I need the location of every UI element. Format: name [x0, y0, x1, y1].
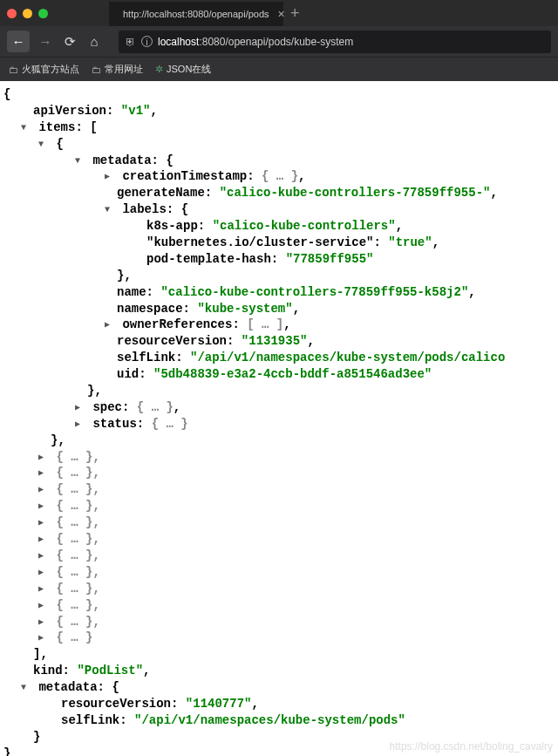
- json-line[interactable]: "kubernetes.io/cluster-service": "true",: [3, 235, 555, 251]
- json-line[interactable]: { … },: [3, 531, 555, 548]
- expand-toggle[interactable]: [38, 616, 49, 629]
- expand-toggle[interactable]: [38, 517, 49, 529]
- json-line[interactable]: namespace: "kube-system",: [3, 301, 555, 317]
- url-text: localhost:8080/openapi/pods/kube-system: [158, 36, 353, 48]
- json-line[interactable]: selfLink: "/api/v1/namespaces/kube-syste…: [3, 350, 555, 366]
- json-line[interactable]: { … },: [3, 514, 555, 531]
- expand-toggle[interactable]: [38, 632, 49, 644]
- address-bar[interactable]: ⛨ i localhost:8080/openapi/pods/kube-sys…: [119, 31, 551, 53]
- folder-icon: 🗀: [92, 65, 101, 75]
- new-tab-button[interactable]: +: [290, 4, 300, 23]
- titlebar: http://localhost:8080/openapi/pods × +: [0, 0, 558, 26]
- browser-tab[interactable]: http://localhost:8080/openapi/pods ×: [109, 2, 283, 26]
- json-line[interactable]: k8s-app: "calico-kube-controllers",: [3, 218, 555, 235]
- expand-toggle[interactable]: [38, 452, 49, 464]
- expand-toggle[interactable]: [75, 402, 85, 414]
- expand-toggle[interactable]: [38, 534, 49, 546]
- expand-toggle[interactable]: [21, 122, 31, 134]
- expand-toggle[interactable]: [75, 419, 85, 431]
- json-line[interactable]: },: [3, 383, 555, 399]
- json-line[interactable]: apiVersion: "v1",: [3, 103, 555, 119]
- close-tab-button[interactable]: ×: [278, 7, 285, 21]
- json-line[interactable]: spec: { … },: [3, 399, 555, 416]
- bookmark-firefox-official[interactable]: 🗀 火狐官方站点: [9, 63, 79, 76]
- json-line[interactable]: { … }: [3, 630, 555, 646]
- navigation-toolbar: ← → ⟳ ⌂ ⛨ i localhost:8080/openapi/pods/…: [0, 26, 558, 57]
- json-line[interactable]: ],: [3, 646, 555, 663]
- json-line[interactable]: },: [3, 432, 555, 449]
- reload-button[interactable]: ⟳: [61, 34, 78, 50]
- shield-icon: ⛨: [126, 36, 136, 48]
- json-line[interactable]: {: [3, 86, 555, 103]
- json-line[interactable]: generateName: "calico-kube-controllers-7…: [3, 185, 555, 201]
- json-line[interactable]: metadata: {: [3, 153, 555, 169]
- expand-toggle[interactable]: [38, 501, 49, 513]
- back-button[interactable]: ←: [7, 31, 30, 52]
- home-button[interactable]: ⌂: [85, 34, 103, 49]
- json-line[interactable]: { … },: [3, 548, 555, 564]
- json-line[interactable]: resourceVersion: "1131935",: [3, 333, 555, 350]
- window-controls: [7, 9, 48, 18]
- bookmark-common-urls[interactable]: 🗀 常用网址: [92, 63, 143, 76]
- json-line[interactable]: pod-template-hash: "77859ff955": [3, 251, 555, 268]
- json-line[interactable]: { … },: [3, 449, 555, 466]
- json-line[interactable]: },: [3, 268, 555, 284]
- expand-toggle[interactable]: [38, 600, 49, 612]
- json-line[interactable]: items: [: [3, 119, 555, 136]
- json-line[interactable]: { … },: [3, 597, 555, 614]
- gear-icon: ✲: [155, 64, 163, 75]
- expand-toggle[interactable]: [75, 155, 85, 167]
- json-line[interactable]: creationTimestamp: { … },: [3, 168, 555, 185]
- expand-toggle[interactable]: [105, 204, 115, 216]
- json-line[interactable]: uid: "5db48839-e3a2-4ccb-bddf-a851546ad3…: [3, 366, 555, 383]
- expand-toggle[interactable]: [105, 171, 115, 183]
- json-line[interactable]: kind: "PodList",: [3, 663, 555, 679]
- folder-icon: 🗀: [9, 65, 18, 75]
- json-line[interactable]: selfLink: "/api/v1/namespaces/kube-syste…: [3, 712, 555, 729]
- expand-toggle[interactable]: [38, 139, 49, 151]
- json-line[interactable]: { … },: [3, 498, 555, 514]
- close-window-button[interactable]: [7, 9, 17, 18]
- json-line[interactable]: resourceVersion: "1140777",: [3, 696, 555, 712]
- json-viewer: { apiVersion: "v1", items: [ { metadata:…: [0, 81, 558, 756]
- json-line[interactable]: {: [3, 136, 555, 153]
- info-icon[interactable]: i: [141, 36, 153, 47]
- expand-toggle[interactable]: [38, 484, 49, 496]
- expand-toggle[interactable]: [38, 550, 49, 562]
- json-line[interactable]: { … },: [3, 564, 555, 581]
- bookmarks-bar: 🗀 火狐官方站点 🗀 常用网址 ✲ JSON在线: [0, 57, 558, 81]
- json-line[interactable]: name: "calico-kube-controllers-77859ff95…: [3, 284, 555, 301]
- json-line[interactable]: { … },: [3, 481, 555, 498]
- minimize-window-button[interactable]: [23, 9, 32, 18]
- json-line[interactable]: labels: {: [3, 201, 555, 218]
- json-line[interactable]: { … },: [3, 465, 555, 481]
- forward-button[interactable]: →: [37, 34, 54, 49]
- expand-toggle[interactable]: [21, 682, 31, 694]
- maximize-window-button[interactable]: [38, 9, 48, 18]
- tab-title: http://localhost:8080/openapi/pods: [123, 9, 269, 19]
- expand-toggle[interactable]: [105, 319, 115, 331]
- bookmark-json-online[interactable]: ✲ JSON在线: [155, 63, 211, 76]
- expand-toggle[interactable]: [38, 583, 49, 596]
- json-line[interactable]: metadata: {: [3, 679, 555, 696]
- watermark: https://blog.csdn.net/boling_cavalry: [390, 740, 553, 753]
- json-line[interactable]: { … },: [3, 614, 555, 630]
- json-line[interactable]: ownerReferences: [ … ],: [3, 317, 555, 333]
- expand-toggle[interactable]: [38, 467, 49, 480]
- json-line[interactable]: status: { … }: [3, 416, 555, 432]
- expand-toggle[interactable]: [38, 567, 49, 579]
- json-line[interactable]: { … },: [3, 581, 555, 597]
